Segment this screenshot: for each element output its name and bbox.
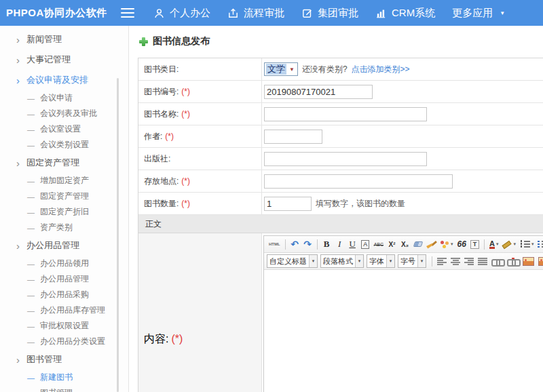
dash-icon: — bbox=[27, 389, 35, 392]
sidebar-item[interactable]: —办公用品领用 bbox=[0, 256, 128, 271]
align-left-icon bbox=[437, 258, 447, 265]
nav-more-apps[interactable]: 更多应用▼ bbox=[449, 7, 508, 20]
sidebar-item[interactable]: ›会议申请及安排 bbox=[0, 70, 128, 90]
sidebar-item[interactable]: —资产类别 bbox=[0, 220, 128, 235]
highlight-color-button[interactable]: ▾ bbox=[501, 238, 517, 251]
superscript-icon: X² bbox=[389, 241, 396, 248]
dash-icon: — bbox=[27, 94, 35, 102]
sidebar-item-label: 办公用品库存管理 bbox=[40, 305, 105, 316]
nav-label: 流程审批 bbox=[244, 7, 284, 20]
align-right-button[interactable] bbox=[463, 255, 475, 268]
highlight-color-icon bbox=[502, 240, 512, 248]
author-input[interactable] bbox=[264, 130, 322, 144]
sidebar-item[interactable]: —审批权限设置 bbox=[0, 318, 128, 334]
book-name-input[interactable] bbox=[264, 107, 427, 121]
undo-icon: ↶ bbox=[291, 239, 299, 249]
editor-toolbar-row2: 自定义标题▾段落格式▾字体▾字号▾ bbox=[264, 253, 543, 270]
sidebar-item[interactable]: ›新闻管理 bbox=[0, 29, 128, 50]
sidebar-item[interactable]: ›图书管理 bbox=[0, 349, 128, 370]
select-label: 段落格式 bbox=[321, 256, 355, 267]
publisher-input[interactable] bbox=[264, 152, 427, 166]
sidebar-item[interactable]: ›办公用品管理 bbox=[0, 235, 128, 256]
page-title: 图书信息发布 bbox=[139, 35, 543, 47]
italic-button[interactable]: I bbox=[334, 238, 345, 251]
redo-button[interactable]: ↷ bbox=[302, 238, 314, 251]
paragraph-format-select[interactable]: 段落格式▾ bbox=[320, 254, 364, 268]
sidebar-item-label: 增加固定资产 bbox=[40, 175, 89, 187]
sidebar-item[interactable]: —固定资产管理 bbox=[0, 189, 128, 204]
sidebar-item[interactable]: —增加固定资产 bbox=[0, 173, 128, 189]
nav-crm-system[interactable]: CRM系统 bbox=[373, 7, 438, 20]
custom-title-select[interactable]: 自定义标题▾ bbox=[267, 254, 318, 268]
unlink-button[interactable] bbox=[506, 255, 520, 268]
font-size-select[interactable]: 字号▾ bbox=[398, 254, 426, 268]
insert-image-button[interactable] bbox=[537, 255, 543, 268]
bold-button[interactable]: B bbox=[321, 238, 333, 251]
nav-process-approval[interactable]: 流程审批 bbox=[225, 7, 287, 20]
sidebar-item-label: 新闻管理 bbox=[26, 33, 62, 45]
strikethrough-button[interactable]: ABC bbox=[373, 238, 385, 251]
eraser-button[interactable] bbox=[412, 238, 424, 251]
dash-icon: — bbox=[27, 374, 35, 382]
subscript-button[interactable]: X₂ bbox=[399, 238, 411, 251]
paint-format-icon bbox=[440, 240, 449, 248]
justify-button[interactable] bbox=[476, 255, 489, 268]
blockquote-button[interactable]: 66 bbox=[456, 238, 468, 251]
paste-plain-button[interactable] bbox=[469, 238, 481, 251]
sidebar-item[interactable]: —办公用品采购 bbox=[0, 287, 128, 302]
sidebar-item[interactable]: —会议室设置 bbox=[0, 121, 128, 137]
category-select[interactable]: 文学 ▼ bbox=[264, 62, 298, 76]
form-row-quantity: 图书数量: (*) 填写数字，该图书的数量 bbox=[138, 193, 543, 215]
font-family-select[interactable]: 字体▾ bbox=[367, 254, 395, 268]
required-mark: (*) bbox=[181, 176, 190, 186]
image-button[interactable] bbox=[521, 255, 536, 268]
book-no-input[interactable] bbox=[264, 85, 373, 99]
quantity-input[interactable] bbox=[264, 197, 312, 211]
html-source-button[interactable]: HTML bbox=[267, 238, 282, 251]
required-mark: (*) bbox=[165, 132, 174, 141]
font-color-button[interactable]: A▾ bbox=[488, 238, 500, 251]
paint-format-button[interactable]: ▾ bbox=[438, 238, 455, 251]
location-input[interactable] bbox=[264, 174, 453, 189]
align-center-button[interactable] bbox=[449, 255, 462, 268]
chevron-down-icon: ▾ bbox=[496, 241, 499, 247]
unordered-list-icon bbox=[538, 240, 543, 248]
sidebar-item[interactable]: —会议类别设置 bbox=[0, 137, 128, 153]
nav-personal-office[interactable]: 个人办公 bbox=[151, 7, 213, 20]
dash-icon: — bbox=[27, 275, 35, 283]
add-category-link[interactable]: 点击添加类别>> bbox=[352, 64, 410, 75]
align-left-button[interactable] bbox=[436, 255, 448, 268]
sidebar-item-label: 会议列表及审批 bbox=[40, 108, 97, 119]
book-no-label: 图书编号: bbox=[144, 86, 179, 98]
sidebar-item[interactable]: ›大事记管理 bbox=[0, 50, 128, 70]
sidebar-item[interactable]: —会议申请 bbox=[0, 90, 128, 106]
sidebar-item[interactable]: —办公用品分类设置 bbox=[0, 334, 128, 349]
sidebar-item[interactable]: —固定资产折旧 bbox=[0, 204, 128, 220]
sidebar-item[interactable]: —办公用品库存管理 bbox=[0, 302, 128, 318]
editor-content-area[interactable] bbox=[264, 270, 543, 392]
sidebar-item-label: 办公用品分类设置 bbox=[40, 336, 105, 347]
sidebar-item[interactable]: —图书管理 bbox=[0, 385, 128, 392]
sidebar-item[interactable]: —办公用品管理 bbox=[0, 271, 128, 287]
nav-group-approval[interactable]: 集团审批 bbox=[299, 7, 361, 20]
sidebar-item[interactable]: —新建图书 bbox=[0, 370, 128, 385]
hamburger-menu-icon[interactable] bbox=[121, 8, 134, 18]
undo-button[interactable]: ↶ bbox=[289, 238, 301, 251]
dash-icon: — bbox=[27, 193, 35, 201]
category-selected-value: 文学 bbox=[266, 64, 286, 75]
font-style-button[interactable]: A bbox=[360, 238, 371, 251]
sidebar-item[interactable]: ›固定资产管理 bbox=[0, 153, 128, 173]
superscript-button[interactable]: X² bbox=[386, 238, 398, 251]
main-content: 图书信息发布 图书类目: 文学 ▼ 还没有类别? 点击添加类别>> 图 bbox=[129, 26, 543, 392]
ordered-list-button[interactable]: ▾ bbox=[519, 238, 536, 251]
topbar: PHPOA协同办公软件 个人办公流程审批集团审批CRM系统更多应用▼ bbox=[0, 0, 543, 26]
sidebar-item[interactable]: —会议列表及审批 bbox=[0, 106, 128, 121]
clear-format-button[interactable] bbox=[425, 238, 437, 251]
underline-button[interactable]: U bbox=[347, 238, 358, 251]
sidebar-scrollbar[interactable] bbox=[117, 78, 119, 392]
justify-icon bbox=[478, 258, 487, 265]
dash-icon: — bbox=[27, 110, 35, 118]
bar-chart-icon bbox=[375, 7, 387, 19]
unordered-list-button[interactable]: ▾ bbox=[536, 238, 543, 251]
link-button[interactable] bbox=[490, 255, 504, 268]
